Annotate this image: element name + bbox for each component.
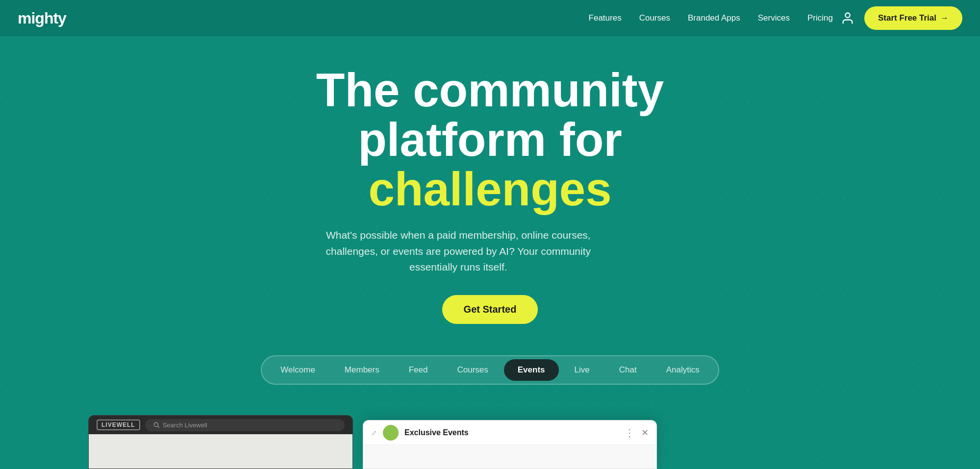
browser-window-left: LIVEWELL Search Livewell: [88, 415, 353, 469]
browser-toolbar: LIVEWELL Search Livewell: [89, 416, 352, 434]
popup-toolbar: ⤢ Exclusive Events ⋮ ✕: [363, 420, 656, 445]
search-icon: [153, 421, 160, 428]
tabs-bar: Welcome Members Feed Courses Events Live…: [261, 355, 719, 385]
popup-close-icon[interactable]: ✕: [641, 427, 649, 438]
hero-section: The community platform for challenges Wh…: [0, 0, 980, 469]
svg-point-1: [154, 422, 158, 426]
nav-branded-apps[interactable]: Branded Apps: [688, 13, 740, 23]
nav-services[interactable]: Services: [758, 13, 790, 23]
tab-events[interactable]: Events: [504, 359, 559, 381]
svg-point-0: [845, 13, 850, 18]
hero-highlight-word: challenges: [368, 163, 611, 215]
nav-links: Features Courses Branded Apps Services P…: [589, 13, 833, 23]
tab-welcome[interactable]: Welcome: [267, 359, 329, 381]
hero-title: The community platform for challenges: [316, 66, 664, 214]
nav-courses[interactable]: Courses: [639, 13, 670, 23]
tab-live[interactable]: Live: [561, 359, 603, 381]
popup-more-icon[interactable]: ⋮: [625, 427, 634, 439]
site-logo[interactable]: mighty: [18, 9, 66, 27]
svg-line-2: [157, 426, 159, 428]
tab-analytics[interactable]: Analytics: [653, 359, 713, 381]
popup-resize-icon[interactable]: ⤢: [371, 429, 377, 437]
tab-courses[interactable]: Courses: [443, 359, 502, 381]
popup-window: ⤢ Exclusive Events ⋮ ✕: [363, 420, 657, 469]
tabs-wrapper: Welcome Members Feed Courses Events Live…: [0, 355, 980, 385]
account-icon-button[interactable]: [841, 11, 854, 25]
browser-body: [89, 434, 352, 469]
tab-chat[interactable]: Chat: [605, 359, 651, 381]
hero-content: The community platform for challenges Wh…: [316, 36, 664, 324]
popup-body: [363, 445, 656, 469]
popup-actions: ⋮ ✕: [625, 427, 649, 439]
tab-feed[interactable]: Feed: [395, 359, 442, 381]
nav-pricing[interactable]: Pricing: [807, 13, 833, 23]
browser-logo-badge: LIVEWELL: [97, 420, 140, 430]
tab-members[interactable]: Members: [331, 359, 393, 381]
browser-search-bar[interactable]: Search Livewell: [145, 419, 345, 431]
popup-title: Exclusive Events: [404, 428, 619, 437]
bottom-preview-strip: LIVEWELL Search Livewell ⤢ Exclusive Eve…: [0, 405, 980, 469]
popup-avatar: [383, 425, 399, 441]
get-started-button[interactable]: Get Started: [442, 295, 538, 324]
hero-subtitle: What's possible when a paid membership, …: [316, 227, 601, 275]
nav-features[interactable]: Features: [589, 13, 622, 23]
start-free-trial-button[interactable]: Start Free Trial →: [864, 6, 962, 30]
navbar: mighty Features Courses Branded Apps Ser…: [0, 0, 980, 36]
